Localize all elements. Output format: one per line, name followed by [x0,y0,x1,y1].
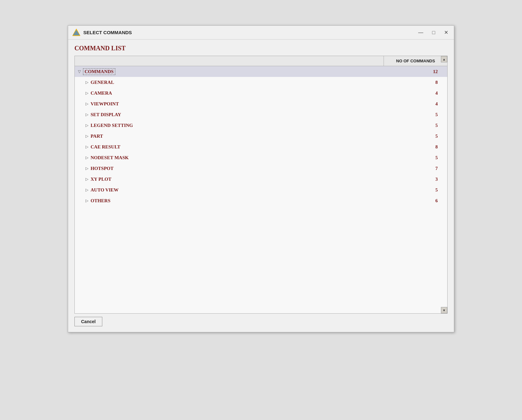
command-list-container: ▲ NO OF COMMANDS ▽ COMMANDS 12 [74,56,448,314]
tree-row-content-xy-plot: ▷ XY PLOT [75,175,384,184]
row-count-legend-setting: 5 [384,123,447,128]
row-count-auto-view: 5 [384,187,447,193]
row-count-camera: 4 [384,91,447,96]
tree-row-cae-result[interactable]: ▷ CAE RESULT 8 [75,141,447,152]
cancel-button[interactable]: Cancel [74,317,102,326]
row-count-general: 8 [384,80,447,85]
tree-row-content-commands: ▽ COMMANDS [75,66,384,77]
row-count-xy-plot: 3 [384,177,447,182]
row-label-viewpoint: VIEWPOINT [91,101,119,107]
expand-icon-legend-setting: ▷ [84,123,89,128]
expand-icon-hotspot: ▷ [84,166,89,171]
row-label-legend-setting: LEGEND SETTING [91,123,133,128]
row-label-part: PART [91,134,103,139]
tree-row-content-others: ▷ OTHERS [75,196,384,205]
row-count-part: 5 [384,134,447,139]
title-bar: SELECT COMMANDS — □ ✕ [68,26,454,40]
app-logo-icon [72,28,81,37]
expand-icon-viewpoint: ▷ [84,102,89,106]
tree-row-others[interactable]: ▷ OTHERS 6 [75,195,447,206]
row-label-commands: COMMANDS [83,68,115,75]
row-label-camera: CAMERA [91,91,112,96]
table-header: NO OF COMMANDS [75,56,447,66]
expand-icon-part: ▷ [84,134,89,138]
row-label-others: OTHERS [91,198,111,204]
tree-row-set-display[interactable]: ▷ SET DISPLAY 5 [75,109,447,120]
tree-row-content-cae-result: ▷ CAE RESULT [75,142,384,152]
window-body: COMMAND LIST ▲ NO OF COMMANDS ▽ COMMANDS… [68,40,454,332]
expand-icon-cae-result: ▷ [84,145,89,149]
tree-row-xy-plot[interactable]: ▷ XY PLOT 3 [75,174,447,185]
window-title: SELECT COMMANDS [83,30,416,35]
row-count-commands: 12 [384,69,447,74]
tree-row-general[interactable]: ▷ GENERAL 8 [75,77,447,88]
tree-body[interactable]: ▽ COMMANDS 12 ▷ GENERAL 8 ▷ [75,66,447,313]
tree-row-content-set-display: ▷ SET DISPLAY [75,110,384,119]
maximize-button[interactable]: □ [430,29,437,36]
tree-row-content-legend-setting: ▷ LEGEND SETTING [75,121,384,130]
tree-row-content-camera: ▷ CAMERA [75,89,384,98]
expand-icon-camera: ▷ [84,91,89,95]
main-window: SELECT COMMANDS — □ ✕ COMMAND LIST ▲ NO … [68,25,454,332]
row-count-nodeset-mask: 5 [384,155,447,160]
col2-header: NO OF COMMANDS [384,56,447,66]
tree-row-auto-view[interactable]: ▷ AUTO VIEW 5 [75,185,447,195]
row-count-viewpoint: 4 [384,101,447,107]
row-count-others: 6 [384,198,447,204]
expand-icon-nodeset-mask: ▷ [84,155,89,160]
close-button[interactable]: ✕ [442,29,450,36]
col1-header [75,56,384,66]
footer: Cancel [74,314,448,328]
expand-icon-general: ▷ [84,80,89,85]
tree-row-content-part: ▷ PART [75,132,384,141]
tree-row-part[interactable]: ▷ PART 5 [75,131,447,141]
scrollbar-down-button[interactable]: ▼ [441,307,447,313]
row-label-general: GENERAL [91,80,114,85]
tree-row-legend-setting[interactable]: ▷ LEGEND SETTING 5 [75,120,447,131]
tree-row-nodeset-mask[interactable]: ▷ NODESET MASK 5 [75,152,447,163]
window-controls: — □ ✕ [416,29,450,36]
section-title: COMMAND LIST [74,45,448,52]
minimize-button[interactable]: — [416,29,425,36]
row-count-hotspot: 7 [384,166,447,171]
expand-icon-xy-plot: ▷ [84,177,89,181]
tree-row-camera[interactable]: ▷ CAMERA 4 [75,88,447,98]
tree-row-hotspot[interactable]: ▷ HOTSPOT 7 [75,163,447,174]
scrollbar-up-button[interactable]: ▲ [441,56,447,62]
expand-icon-commands: ▽ [77,69,82,74]
row-label-cae-result: CAE RESULT [91,144,120,150]
row-count-set-display: 5 [384,112,447,117]
tree-row-commands[interactable]: ▽ COMMANDS 12 [75,66,447,77]
row-label-xy-plot: XY PLOT [91,177,111,182]
tree-row-content-auto-view: ▷ AUTO VIEW [75,185,384,195]
expand-icon-auto-view: ▷ [84,188,89,192]
row-label-nodeset-mask: NODESET MASK [91,155,129,160]
tree-row-content-hotspot: ▷ HOTSPOT [75,164,384,173]
tree-row-content-general: ▷ GENERAL [75,78,384,87]
row-label-auto-view: AUTO VIEW [91,187,118,193]
tree-row-content-nodeset-mask: ▷ NODESET MASK [75,153,384,162]
tree-row-viewpoint[interactable]: ▷ VIEWPOINT 4 [75,98,447,109]
tree-row-content-viewpoint: ▷ VIEWPOINT [75,99,384,109]
expand-icon-set-display: ▷ [84,112,89,117]
row-count-cae-result: 8 [384,144,447,150]
row-label-set-display: SET DISPLAY [91,112,121,117]
expand-icon-others: ▷ [84,198,89,203]
row-label-hotspot: HOTSPOT [91,166,114,171]
